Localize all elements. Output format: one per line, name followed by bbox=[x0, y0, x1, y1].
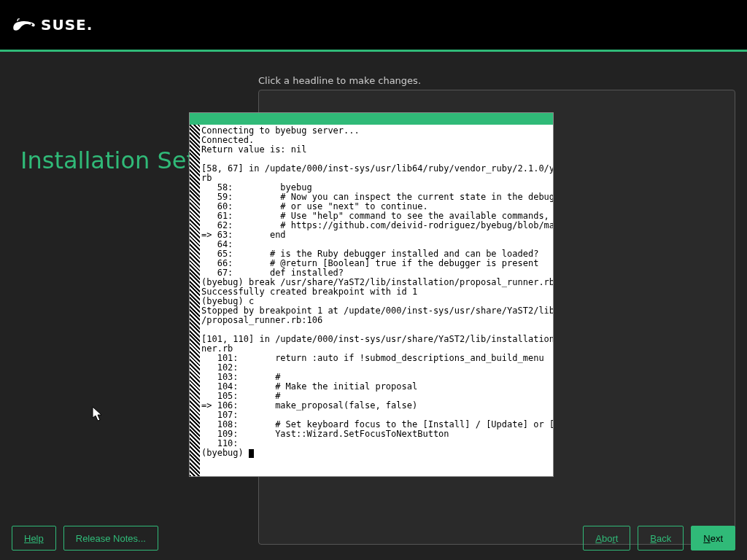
next-button[interactable]: Next bbox=[691, 526, 735, 551]
terminal-prompt: (byebug) bbox=[201, 448, 249, 458]
page-title: Installation Sett bbox=[20, 147, 205, 174]
terminal-titlebar[interactable] bbox=[190, 113, 553, 125]
abort-button[interactable]: Abort bbox=[583, 526, 630, 551]
terminal-body: Connecting to byebug server... Connected… bbox=[190, 125, 553, 476]
brand-logo: SUSE. bbox=[12, 16, 93, 34]
instruction-text: Click a headline to make changes. bbox=[258, 75, 421, 86]
brand-name: SUSE. bbox=[41, 16, 93, 34]
help-button[interactable]: Help bbox=[12, 526, 56, 551]
terminal-scrollbar[interactable] bbox=[190, 125, 200, 476]
terminal-output[interactable]: Connecting to byebug server... Connected… bbox=[200, 125, 553, 476]
chameleon-icon bbox=[12, 17, 36, 33]
debugger-terminal[interactable]: Connecting to byebug server... Connected… bbox=[190, 113, 553, 476]
svg-point-0 bbox=[31, 23, 33, 26]
header-bar: SUSE. bbox=[0, 0, 747, 50]
footer-bar: Help Release Notes... Abort Back Next bbox=[0, 516, 747, 560]
mouse-cursor-icon bbox=[92, 406, 104, 422]
release-notes-button[interactable]: Release Notes... bbox=[63, 526, 158, 551]
content-area: Installation Sett Click a headline to ma… bbox=[0, 52, 747, 560]
back-button[interactable]: Back bbox=[638, 526, 684, 551]
terminal-cursor bbox=[249, 449, 254, 458]
terminal-lines: Connecting to byebug server... Connected… bbox=[201, 125, 553, 448]
